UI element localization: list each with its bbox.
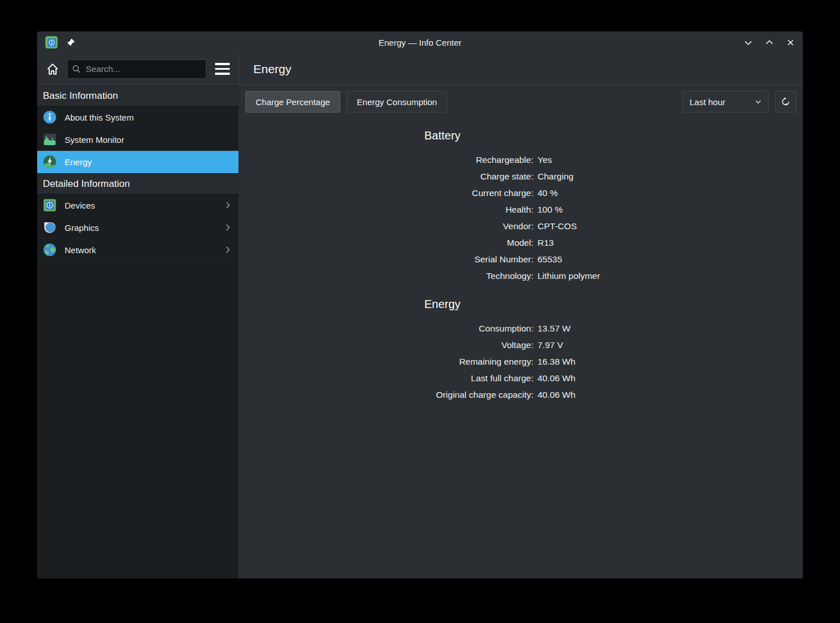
sidebar-item-label: About this System	[65, 113, 134, 122]
chevron-right-icon	[224, 201, 232, 209]
energy-page-content: Battery Rechargeable: Yes Charge state: …	[239, 115, 803, 578]
field-value: R13	[538, 237, 803, 249]
field-label: Remaining energy:	[239, 356, 534, 368]
field-label: Serial Number:	[239, 254, 534, 265]
field-value: 65535	[538, 254, 803, 265]
search-input[interactable]	[67, 59, 206, 79]
field-label: Charge state:	[239, 171, 534, 182]
sidebar-header	[37, 53, 239, 85]
field-label: Current charge:	[239, 187, 534, 199]
field-value: 13.57 W	[538, 323, 803, 334]
energy-heading: Energy	[424, 298, 803, 311]
sidebar-item-system-monitor[interactable]: System Monitor	[37, 129, 238, 151]
home-button[interactable]	[44, 61, 61, 78]
close-icon[interactable]	[786, 38, 795, 47]
sidebar-item-label: Devices	[65, 201, 95, 210]
timespan-dropdown[interactable]: Last hour	[682, 91, 769, 113]
system-monitor-icon	[43, 133, 57, 146]
field-label: Original charge capacity:	[239, 389, 534, 401]
section-basic-information: Basic Information	[37, 85, 238, 106]
app-icon	[45, 36, 58, 49]
main-panel: Charge Percentage Energy Consumption Las…	[239, 85, 803, 578]
field-label: Consumption:	[239, 323, 534, 334]
titlebar: Energy — Info Center	[37, 31, 803, 53]
header-row: Energy	[37, 53, 803, 85]
chevron-right-icon	[224, 246, 232, 254]
field-label: Voltage:	[239, 340, 534, 351]
info-center-window: Energy — Info Center Energy	[37, 31, 803, 578]
pin-icon[interactable]	[66, 38, 75, 47]
refresh-icon	[781, 97, 791, 107]
field-value: Charging	[538, 171, 803, 182]
field-label: Model:	[239, 237, 534, 249]
timespan-value: Last hour	[690, 97, 726, 107]
field-value: 40.06 Wh	[538, 373, 803, 384]
main-toolbar: Charge Percentage Energy Consumption Las…	[239, 85, 803, 115]
sidebar-item-label: Energy	[65, 157, 92, 167]
field-value: 7.97 V	[538, 340, 803, 351]
chevron-right-icon	[224, 223, 232, 231]
energy-details: Consumption: 13.57 W Voltage: 7.97 V Rem…	[239, 323, 803, 401]
network-icon	[43, 243, 57, 257]
field-value: Lithium polymer	[538, 270, 803, 282]
field-value: 40.06 Wh	[538, 389, 803, 401]
graphics-icon	[43, 221, 57, 234]
sidebar: Basic Information About this System Syst…	[37, 85, 239, 578]
sidebar-item-devices[interactable]: Devices	[37, 194, 238, 217]
energy-consumption-button[interactable]: Energy Consumption	[347, 91, 447, 113]
field-value: 16.38 Wh	[538, 356, 803, 368]
chevron-down-icon	[754, 98, 762, 106]
minimize-icon[interactable]	[743, 38, 753, 47]
field-value: Yes	[538, 154, 803, 166]
sidebar-item-label: Network	[65, 245, 96, 255]
field-value: CPT-COS	[538, 221, 803, 232]
info-icon	[43, 110, 57, 124]
sidebar-item-energy[interactable]: Energy	[37, 151, 238, 173]
menu-icon[interactable]	[213, 60, 232, 78]
info-chip-icon	[47, 38, 56, 47]
devices-icon	[43, 198, 57, 212]
field-label: Vendor:	[239, 221, 534, 232]
field-label: Last full charge:	[239, 373, 534, 384]
sidebar-item-about-this-system[interactable]: About this System	[37, 106, 238, 129]
energy-icon	[43, 155, 57, 169]
field-value: 40 %	[538, 187, 803, 199]
sidebar-item-network[interactable]: Network	[37, 239, 238, 261]
sidebar-item-graphics[interactable]: Graphics	[37, 217, 238, 239]
window-controls	[743, 38, 795, 47]
maximize-icon[interactable]	[765, 38, 774, 47]
battery-details: Rechargeable: Yes Charge state: Charging…	[239, 154, 803, 282]
sidebar-item-label: System Monitor	[65, 135, 124, 145]
search-container	[67, 59, 206, 79]
section-detailed-information: Detailed Information	[37, 173, 238, 194]
search-icon	[72, 65, 81, 74]
field-value: 100 %	[538, 204, 803, 215]
field-label: Technology:	[239, 270, 534, 282]
charge-percentage-button[interactable]: Charge Percentage	[245, 91, 340, 113]
window-title: Energy — Info Center	[37, 38, 803, 47]
field-label: Rechargeable:	[239, 154, 534, 166]
battery-heading: Battery	[424, 129, 803, 142]
sidebar-item-label: Graphics	[65, 223, 99, 233]
page-title: Energy	[239, 62, 292, 76]
body: Basic Information About this System Syst…	[37, 85, 803, 578]
refresh-button[interactable]	[775, 91, 797, 113]
field-label: Health:	[239, 204, 534, 215]
